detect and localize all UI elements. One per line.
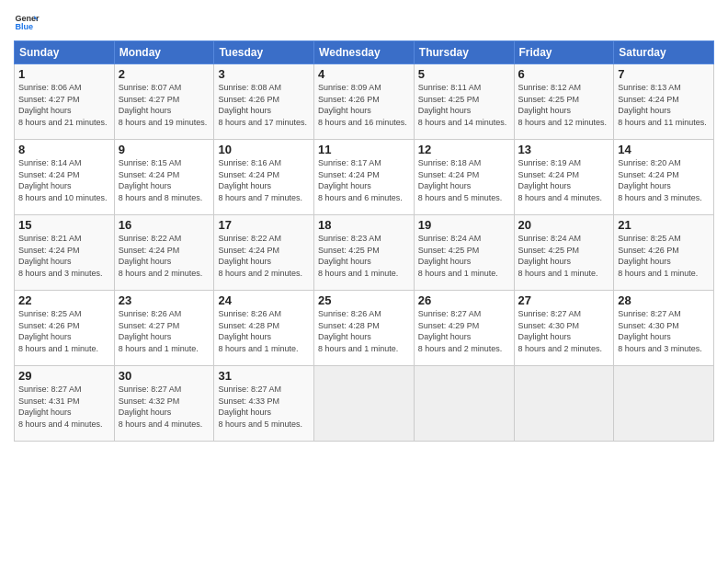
day-number: 14 bbox=[618, 143, 710, 156]
day-info: Sunrise: 8:27 AMSunset: 4:33 PMDaylight … bbox=[218, 384, 310, 430]
day-number: 8 bbox=[18, 143, 110, 156]
calendar-cell: 28Sunrise: 8:27 AMSunset: 4:30 PMDayligh… bbox=[614, 291, 714, 366]
day-info: Sunrise: 8:21 AMSunset: 4:24 PMDaylight … bbox=[18, 233, 110, 279]
day-number: 10 bbox=[218, 143, 310, 156]
logo: General Blue bbox=[14, 9, 40, 35]
calendar-cell: 13Sunrise: 8:19 AMSunset: 4:24 PMDayligh… bbox=[514, 140, 614, 215]
calendar-cell: 4Sunrise: 8:09 AMSunset: 4:26 PMDaylight… bbox=[314, 64, 415, 140]
col-header-sunday: Sunday bbox=[15, 41, 115, 64]
col-header-thursday: Thursday bbox=[414, 41, 514, 64]
calendar-cell bbox=[514, 366, 614, 442]
calendar-cell: 8Sunrise: 8:14 AMSunset: 4:24 PMDaylight… bbox=[15, 140, 115, 215]
calendar-week-row: 8Sunrise: 8:14 AMSunset: 4:24 PMDaylight… bbox=[15, 140, 714, 215]
calendar-cell: 3Sunrise: 8:08 AMSunset: 4:26 PMDaylight… bbox=[214, 64, 314, 140]
day-number: 25 bbox=[318, 293, 410, 307]
day-number: 5 bbox=[418, 67, 510, 81]
col-header-wednesday: Wednesday bbox=[314, 41, 415, 64]
day-number: 19 bbox=[418, 218, 510, 232]
day-info: Sunrise: 8:23 AMSunset: 4:25 PMDaylight … bbox=[318, 233, 410, 279]
calendar-cell bbox=[314, 366, 415, 442]
day-number: 13 bbox=[518, 143, 610, 156]
calendar-cell: 22Sunrise: 8:25 AMSunset: 4:26 PMDayligh… bbox=[15, 291, 115, 366]
calendar-cell: 5Sunrise: 8:11 AMSunset: 4:25 PMDaylight… bbox=[414, 64, 514, 140]
calendar-cell: 21Sunrise: 8:25 AMSunset: 4:26 PMDayligh… bbox=[614, 215, 714, 291]
day-number: 1 bbox=[18, 67, 110, 81]
main-container: General Blue SundayMondayTuesdayWednesda… bbox=[0, 0, 728, 451]
calendar-cell: 12Sunrise: 8:18 AMSunset: 4:24 PMDayligh… bbox=[414, 140, 514, 215]
day-info: Sunrise: 8:25 AMSunset: 4:26 PMDaylight … bbox=[618, 233, 710, 279]
day-number: 29 bbox=[18, 369, 110, 383]
calendar-cell: 10Sunrise: 8:16 AMSunset: 4:24 PMDayligh… bbox=[214, 140, 314, 215]
day-info: Sunrise: 8:24 AMSunset: 4:25 PMDaylight … bbox=[518, 233, 610, 279]
calendar-cell: 1Sunrise: 8:06 AMSunset: 4:27 PMDaylight… bbox=[15, 64, 115, 140]
day-number: 21 bbox=[618, 218, 710, 232]
calendar-cell: 27Sunrise: 8:27 AMSunset: 4:30 PMDayligh… bbox=[514, 291, 614, 366]
col-header-monday: Monday bbox=[114, 41, 214, 64]
day-number: 3 bbox=[218, 67, 310, 81]
calendar-table: SundayMondayTuesdayWednesdayThursdayFrid… bbox=[14, 40, 714, 442]
day-info: Sunrise: 8:14 AMSunset: 4:24 PMDaylight … bbox=[18, 157, 110, 203]
day-info: Sunrise: 8:26 AMSunset: 4:27 PMDaylight … bbox=[119, 308, 210, 354]
day-info: Sunrise: 8:19 AMSunset: 4:24 PMDaylight … bbox=[518, 157, 610, 203]
header: General Blue bbox=[14, 9, 714, 35]
calendar-body: 1Sunrise: 8:06 AMSunset: 4:27 PMDaylight… bbox=[15, 64, 714, 442]
day-info: Sunrise: 8:27 AMSunset: 4:30 PMDaylight … bbox=[518, 308, 610, 354]
calendar-cell: 16Sunrise: 8:22 AMSunset: 4:24 PMDayligh… bbox=[114, 215, 214, 291]
calendar-cell: 7Sunrise: 8:13 AMSunset: 4:24 PMDaylight… bbox=[614, 64, 714, 140]
day-number: 6 bbox=[518, 67, 610, 81]
calendar-week-row: 15Sunrise: 8:21 AMSunset: 4:24 PMDayligh… bbox=[15, 215, 714, 291]
calendar-cell: 2Sunrise: 8:07 AMSunset: 4:27 PMDaylight… bbox=[114, 64, 214, 140]
day-number: 9 bbox=[119, 143, 210, 156]
calendar-header-row: SundayMondayTuesdayWednesdayThursdayFrid… bbox=[15, 41, 714, 64]
day-number: 16 bbox=[119, 218, 210, 232]
day-number: 12 bbox=[418, 143, 510, 156]
day-info: Sunrise: 8:20 AMSunset: 4:24 PMDaylight … bbox=[618, 157, 710, 203]
col-header-saturday: Saturday bbox=[614, 41, 714, 64]
calendar-cell: 26Sunrise: 8:27 AMSunset: 4:29 PMDayligh… bbox=[414, 291, 514, 366]
day-number: 20 bbox=[518, 218, 610, 232]
calendar-cell bbox=[614, 366, 714, 442]
calendar-cell: 19Sunrise: 8:24 AMSunset: 4:25 PMDayligh… bbox=[414, 215, 514, 291]
calendar-cell: 24Sunrise: 8:26 AMSunset: 4:28 PMDayligh… bbox=[214, 291, 314, 366]
calendar-cell: 15Sunrise: 8:21 AMSunset: 4:24 PMDayligh… bbox=[15, 215, 115, 291]
day-number: 18 bbox=[318, 218, 410, 232]
calendar-cell: 29Sunrise: 8:27 AMSunset: 4:31 PMDayligh… bbox=[15, 366, 115, 442]
calendar-week-row: 29Sunrise: 8:27 AMSunset: 4:31 PMDayligh… bbox=[15, 366, 714, 442]
day-info: Sunrise: 8:09 AMSunset: 4:26 PMDaylight … bbox=[318, 82, 410, 128]
day-number: 23 bbox=[119, 293, 210, 307]
day-info: Sunrise: 8:22 AMSunset: 4:24 PMDaylight … bbox=[218, 233, 310, 279]
day-info: Sunrise: 8:06 AMSunset: 4:27 PMDaylight … bbox=[18, 82, 110, 128]
calendar-cell: 17Sunrise: 8:22 AMSunset: 4:24 PMDayligh… bbox=[214, 215, 314, 291]
calendar-cell: 9Sunrise: 8:15 AMSunset: 4:24 PMDaylight… bbox=[114, 140, 214, 215]
day-number: 30 bbox=[119, 369, 210, 383]
day-number: 4 bbox=[318, 67, 410, 81]
day-info: Sunrise: 8:26 AMSunset: 4:28 PMDaylight … bbox=[318, 308, 410, 354]
day-info: Sunrise: 8:27 AMSunset: 4:31 PMDaylight … bbox=[18, 384, 110, 430]
day-info: Sunrise: 8:27 AMSunset: 4:32 PMDaylight … bbox=[119, 384, 210, 430]
col-header-tuesday: Tuesday bbox=[214, 41, 314, 64]
day-info: Sunrise: 8:24 AMSunset: 4:25 PMDaylight … bbox=[418, 233, 510, 279]
day-info: Sunrise: 8:18 AMSunset: 4:24 PMDaylight … bbox=[418, 157, 510, 203]
day-info: Sunrise: 8:12 AMSunset: 4:25 PMDaylight … bbox=[518, 82, 610, 128]
day-number: 2 bbox=[119, 67, 210, 81]
day-number: 31 bbox=[218, 369, 310, 383]
day-number: 28 bbox=[618, 293, 710, 307]
day-info: Sunrise: 8:13 AMSunset: 4:24 PMDaylight … bbox=[618, 82, 710, 128]
calendar-cell bbox=[414, 366, 514, 442]
day-info: Sunrise: 8:17 AMSunset: 4:24 PMDaylight … bbox=[318, 157, 410, 203]
calendar-cell: 20Sunrise: 8:24 AMSunset: 4:25 PMDayligh… bbox=[514, 215, 614, 291]
day-info: Sunrise: 8:27 AMSunset: 4:30 PMDaylight … bbox=[618, 308, 710, 354]
day-info: Sunrise: 8:27 AMSunset: 4:29 PMDaylight … bbox=[418, 308, 510, 354]
day-number: 15 bbox=[18, 218, 110, 232]
day-number: 7 bbox=[618, 67, 710, 81]
day-number: 17 bbox=[218, 218, 310, 232]
calendar-cell: 11Sunrise: 8:17 AMSunset: 4:24 PMDayligh… bbox=[314, 140, 415, 215]
logo-icon: General Blue bbox=[14, 9, 40, 35]
calendar-cell: 30Sunrise: 8:27 AMSunset: 4:32 PMDayligh… bbox=[114, 366, 214, 442]
svg-text:Blue: Blue bbox=[15, 22, 33, 31]
day-number: 22 bbox=[18, 293, 110, 307]
day-info: Sunrise: 8:08 AMSunset: 4:26 PMDaylight … bbox=[218, 82, 310, 128]
calendar-week-row: 22Sunrise: 8:25 AMSunset: 4:26 PMDayligh… bbox=[15, 291, 714, 366]
calendar-cell: 18Sunrise: 8:23 AMSunset: 4:25 PMDayligh… bbox=[314, 215, 415, 291]
calendar-cell: 25Sunrise: 8:26 AMSunset: 4:28 PMDayligh… bbox=[314, 291, 415, 366]
